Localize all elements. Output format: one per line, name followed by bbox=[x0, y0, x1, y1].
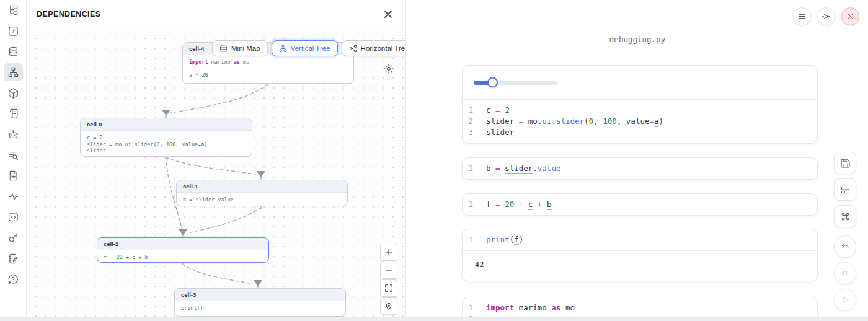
gear-icon bbox=[383, 63, 394, 74]
code-line: a = 20 bbox=[189, 72, 347, 79]
minus-icon bbox=[384, 266, 393, 275]
save-button[interactable] bbox=[834, 152, 856, 174]
save-icon bbox=[840, 158, 851, 169]
graph-node-cell-3[interactable]: cell-3 print(f) bbox=[174, 288, 346, 317]
stop-button[interactable] bbox=[834, 262, 856, 284]
documentation-icon[interactable] bbox=[0, 165, 27, 186]
horizontal-tree-icon bbox=[349, 45, 357, 53]
slider-widget[interactable] bbox=[474, 81, 557, 85]
node-code: b = slider.value bbox=[177, 193, 347, 206]
cell-print[interactable]: 1print(f) 42 bbox=[462, 229, 818, 281]
node-code: c = 2slider = mo.ui.slider(0, 100, value… bbox=[81, 131, 252, 157]
code-line: 1print(f) bbox=[463, 234, 817, 245]
functions-icon[interactable]: f bbox=[0, 20, 27, 41]
line-number: 3 bbox=[463, 127, 479, 138]
cell-code[interactable]: 1b = slider.value bbox=[463, 158, 817, 179]
code-line: 1f = 20 + c + b bbox=[463, 199, 817, 210]
svg-text:f: f bbox=[12, 28, 16, 34]
notebook-icon[interactable] bbox=[0, 248, 27, 269]
horizontal-tree-button[interactable]: Horizontal Tree bbox=[342, 40, 405, 56]
zoom-in-button[interactable] bbox=[380, 244, 397, 261]
help-icon[interactable] bbox=[0, 269, 27, 289]
vertical-tree-icon bbox=[279, 45, 287, 53]
graph-node-cell-1[interactable]: cell-1 b = slider.value bbox=[176, 180, 348, 206]
tracing-icon[interactable] bbox=[0, 187, 27, 207]
cell-f-assignment[interactable]: 1f = 20 + c + b bbox=[462, 193, 818, 216]
side-actions bbox=[834, 152, 856, 315]
vertical-tree-button[interactable]: Vertical Tree bbox=[272, 40, 338, 56]
code-line: slider bbox=[87, 147, 246, 154]
cell-output-text: 42 bbox=[463, 250, 817, 281]
node-title: cell-2 bbox=[97, 238, 268, 250]
code-line: slider = mo.ui.slider(0, 100, value=a) bbox=[87, 141, 246, 148]
cell-b-assignment[interactable]: 1b = slider.value bbox=[462, 157, 818, 180]
fit-view-button[interactable] bbox=[380, 279, 397, 297]
chat-icon[interactable] bbox=[0, 124, 27, 144]
cell-code[interactable]: 1f = 20 + c + b bbox=[463, 194, 817, 215]
marimo-app: f DEPENDENCIES bbox=[0, 0, 868, 321]
plus-icon bbox=[384, 248, 393, 257]
dependencies-panel: DEPENDENCIES bbox=[27, 0, 406, 321]
close-icon bbox=[846, 12, 855, 21]
secrets-icon[interactable] bbox=[0, 227, 27, 248]
left-icon-rail: f bbox=[0, 0, 27, 321]
mini-map-label: Mini Map bbox=[231, 45, 260, 52]
notebook-filename: debugging.py bbox=[407, 35, 868, 44]
layout-button[interactable] bbox=[834, 178, 856, 201]
top-actions bbox=[793, 7, 859, 25]
packages-icon[interactable] bbox=[0, 83, 27, 103]
close-panel-button[interactable] bbox=[382, 8, 394, 20]
node-code: f = 20 + c + b bbox=[97, 250, 268, 263]
undo-button[interactable] bbox=[834, 235, 856, 258]
line-number: 1 bbox=[463, 105, 479, 116]
keyboard-shortcuts-button[interactable] bbox=[834, 205, 856, 227]
undo-icon bbox=[840, 242, 850, 252]
node-title: cell-0 bbox=[81, 118, 252, 131]
layout-icon bbox=[840, 185, 851, 195]
code-line: 1import marimo as mo bbox=[463, 302, 817, 314]
line-number: 2 bbox=[463, 116, 479, 127]
menu-button[interactable] bbox=[793, 7, 811, 25]
snippets-icon[interactable] bbox=[0, 207, 27, 227]
notebook-area: debugging.py 1c = 22slider = mo.ui.slide… bbox=[407, 0, 868, 321]
mini-map-button[interactable]: Mini Map bbox=[212, 40, 268, 56]
slider-thumb[interactable] bbox=[487, 77, 498, 88]
graph-node-cell-0[interactable]: cell-0 c = 2slider = mo.ui.slider(0, 100… bbox=[80, 118, 252, 157]
mini-map-icon bbox=[219, 45, 228, 53]
zoom-controls bbox=[380, 244, 397, 315]
scratchpad-icon[interactable] bbox=[0, 103, 27, 124]
node-code: import marimo as moa = 20 bbox=[183, 55, 353, 83]
code-line: 2slider = mo.ui.slider(0, 100, value=a) bbox=[463, 116, 817, 127]
horizontal-tree-label: Horizontal Tree bbox=[361, 45, 405, 52]
node-code: print(f) bbox=[175, 301, 345, 316]
graph-node-cell-2[interactable]: cell-2 f = 20 + c + b bbox=[97, 237, 269, 263]
dependency-graph-canvas[interactable]: Mini Map Vertical Tree Horizontal Tree c… bbox=[27, 30, 405, 317]
logs-icon[interactable] bbox=[0, 145, 27, 165]
dependencies-icon[interactable] bbox=[0, 62, 27, 82]
graph-settings-button[interactable] bbox=[383, 63, 394, 74]
code-line: c = 2 bbox=[87, 134, 246, 141]
locate-node-button[interactable] bbox=[380, 297, 397, 315]
zoom-out-button[interactable] bbox=[380, 262, 397, 279]
node-title: cell-3 bbox=[175, 289, 345, 301]
line-number: 1 bbox=[463, 302, 479, 314]
line-number: 1 bbox=[463, 199, 479, 210]
code-line: f = 20 + c + b bbox=[104, 254, 262, 261]
cell-code[interactable]: 1print(f) bbox=[463, 229, 817, 250]
file-explorer-icon[interactable] bbox=[0, 0, 27, 20]
code-line: 1b = slider.value bbox=[463, 163, 817, 174]
cell-code[interactable]: 1c = 22slider = mo.ui.slider(0, 100, val… bbox=[463, 100, 817, 143]
code-line: b = slider.value bbox=[183, 196, 341, 203]
fit-view-icon bbox=[384, 284, 393, 292]
graph-view-toolbar: Mini Map Vertical Tree Horizontal Tree bbox=[212, 40, 405, 56]
run-button[interactable] bbox=[834, 289, 856, 311]
vertical-tree-label: Vertical Tree bbox=[291, 45, 330, 52]
datasources-icon[interactable] bbox=[0, 42, 27, 62]
cell-slider[interactable]: 1c = 22slider = mo.ui.slider(0, 100, val… bbox=[462, 65, 818, 144]
command-icon bbox=[840, 211, 851, 222]
code-line: import marimo as mo bbox=[189, 59, 347, 66]
line-number: 1 bbox=[463, 234, 479, 245]
settings-button[interactable] bbox=[817, 7, 835, 25]
cell-output-slider bbox=[463, 66, 817, 100]
shutdown-button[interactable] bbox=[841, 7, 859, 25]
